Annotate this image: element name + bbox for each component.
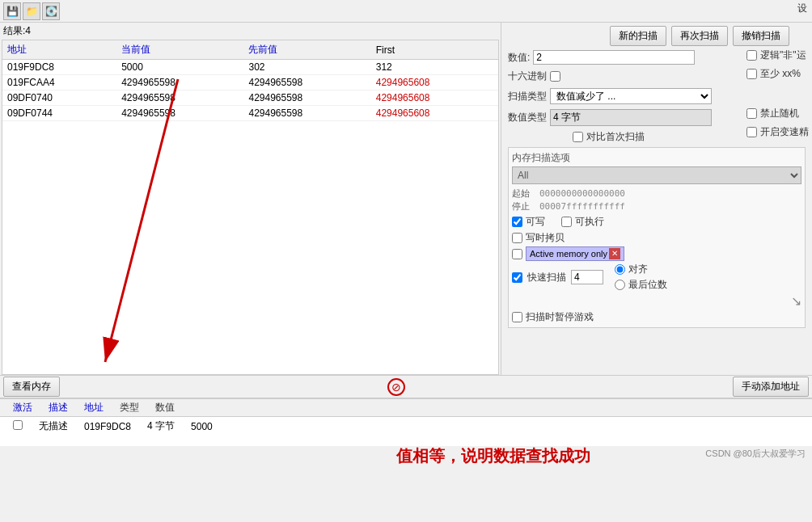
- mem-scan-box: 内存扫描选项 All 起始 0000000000000000 停止 00007f…: [508, 147, 806, 328]
- copy-write-checkbox[interactable]: [512, 233, 522, 243]
- col-prev: 先前值: [243, 40, 370, 60]
- left-panel: 结果:4 地址 当前值 先前值 First 019F9DC8 5000 302 …: [0, 23, 501, 375]
- cell-first: 312: [371, 60, 498, 75]
- open-var-label: 开启变速精: [760, 125, 809, 139]
- executable-label: 可执行: [575, 215, 604, 229]
- pause-scan-label: 扫描时暂停游戏: [526, 310, 594, 324]
- cell-current: 5000: [116, 60, 243, 75]
- footer: CSDN @80后大叔爱学习: [0, 446, 812, 461]
- cell-current: 4294965598: [116, 106, 243, 121]
- copy-write-label: 写时拷贝: [526, 231, 565, 245]
- result-table-container: 地址 当前值 先前值 First 019F9DC8 5000 302 312 0…: [2, 40, 499, 375]
- no-random-checkbox[interactable]: [746, 108, 757, 119]
- bt-active-cell: [5, 420, 31, 432]
- cell-prev: 4294965598: [243, 91, 370, 106]
- open-var-checkbox[interactable]: [746, 127, 757, 137]
- table-row[interactable]: 09DF0740 4294965598 4294965598 429496560…: [2, 91, 498, 106]
- bth-type: 类型: [112, 401, 147, 415]
- fast-scan-row: 快速扫描 对齐 最后位数: [512, 263, 801, 292]
- cell-prev: 4294965598: [243, 106, 370, 121]
- view-memory-button[interactable]: 查看内存: [3, 377, 60, 397]
- align-label: 对齐: [628, 263, 648, 276]
- result-table: 地址 当前值 先前值 First 019F9DC8 5000 302 312 0…: [2, 40, 498, 121]
- executable-checkbox[interactable]: [561, 217, 572, 227]
- value-type-label: 数值类型: [508, 111, 547, 124]
- compare-first-checkbox[interactable]: [573, 132, 583, 142]
- cell-addr: 09DF0744: [2, 106, 116, 121]
- bt-desc: 无描述: [31, 419, 76, 433]
- bt-type: 4 字节: [139, 419, 183, 433]
- rescan-button[interactable]: 再次扫描: [671, 26, 728, 46]
- scan-type-select[interactable]: 数值减少了 ...: [550, 88, 712, 104]
- bottom-table-area: 激活 描述 地址 类型 数值 无描述 019F9DC8 4 字节 5000: [0, 398, 812, 446]
- col-first: First: [371, 40, 498, 60]
- cell-first: 4294965608: [371, 75, 498, 91]
- active-memory-close[interactable]: ✕: [609, 248, 620, 259]
- new-scan-button[interactable]: 新的扫描: [610, 26, 666, 46]
- bth-addr: 地址: [76, 401, 112, 415]
- folder-icon[interactable]: 📁: [23, 2, 40, 20]
- bottom-table-header: 激活 描述 地址 类型 数值: [0, 399, 812, 417]
- cancel-icon[interactable]: ⊘: [387, 378, 405, 396]
- fast-scan-input[interactable]: [571, 270, 603, 284]
- logic-checkbox[interactable]: [746, 50, 757, 61]
- bth-value: 数值: [147, 401, 183, 415]
- bth-desc: 描述: [40, 401, 76, 415]
- bt-value: 5000: [183, 421, 221, 432]
- undo-scan-button[interactable]: 撤销扫描: [733, 26, 789, 46]
- last-bit-radio[interactable]: [615, 280, 625, 290]
- active-memory-row: Active memory only ✕: [512, 246, 801, 261]
- stop-label: 停止: [512, 200, 536, 213]
- value-type-display: 4 字节: [550, 109, 712, 126]
- table-row[interactable]: 019FCAA4 4294965598 4294965598 429496560…: [2, 75, 498, 91]
- col-addr: 地址: [2, 40, 116, 60]
- cell-current: 4294965598: [116, 75, 243, 91]
- right-extra-checks: 逻辑"非"运 至少 xx% 禁止随机 开启变速精: [746, 48, 809, 139]
- compare-first-label: 对比首次扫描: [586, 130, 645, 144]
- table-row[interactable]: 09DF0744 4294965598 4294965598 429496560…: [2, 106, 498, 121]
- cell-addr: 019F9DC8: [2, 60, 116, 75]
- cell-current: 4294965598: [116, 91, 243, 106]
- hex-checkbox[interactable]: [550, 71, 560, 82]
- mem-select[interactable]: All: [512, 166, 801, 184]
- writable-checkbox[interactable]: [512, 217, 522, 227]
- executable-row: 可执行: [561, 215, 604, 229]
- stop-value: 00007fffffffffff: [539, 201, 625, 212]
- scan-buttons: 新的扫描 再次扫描 撤销扫描: [508, 26, 806, 46]
- copy-write-row: 写时拷贝: [512, 231, 801, 245]
- cell-addr: 019FCAA4: [2, 75, 116, 91]
- writable-row: 可写: [512, 215, 545, 229]
- logic-label: 逻辑"非"运: [760, 48, 806, 62]
- align-radio[interactable]: [615, 264, 625, 275]
- pause-scan-checkbox[interactable]: [512, 312, 522, 322]
- bt-addr: 019F9DC8: [76, 421, 139, 432]
- bt-active-checkbox[interactable]: [13, 420, 23, 430]
- mem-scan-label: 内存扫描选项: [512, 151, 801, 165]
- pause-scan-row: 扫描时暂停游戏: [512, 310, 801, 324]
- no-random-label: 禁止随机: [760, 107, 799, 120]
- at-least-checkbox[interactable]: [746, 69, 757, 79]
- start-value: 0000000000000000: [539, 188, 625, 199]
- result-count: 结果:4: [0, 23, 501, 40]
- writable-label: 可写: [526, 215, 545, 229]
- start-row: 起始 0000000000000000: [512, 187, 801, 200]
- active-memory-checkbox[interactable]: [512, 249, 522, 259]
- disk-icon[interactable]: 💽: [42, 2, 60, 20]
- at-least-label: 至少 xx%: [760, 67, 801, 81]
- alignment-group: 对齐 最后位数: [615, 263, 667, 292]
- arrow-icon: ↘: [791, 294, 801, 308]
- save-icon[interactable]: 💾: [3, 2, 21, 20]
- last-bit-label: 最后位数: [628, 278, 667, 292]
- hex-label: 十六进制: [508, 69, 547, 83]
- active-memory-label: Active memory only: [530, 249, 607, 259]
- col-current: 当前值: [116, 40, 243, 60]
- value-input[interactable]: [533, 50, 695, 65]
- start-label: 起始: [512, 187, 536, 200]
- settings-label[interactable]: 设: [793, 0, 812, 17]
- value-label: 数值:: [508, 51, 530, 65]
- fast-scan-checkbox[interactable]: [512, 272, 522, 283]
- fast-scan-label: 快速扫描: [527, 271, 566, 284]
- table-row[interactable]: 019F9DC8 5000 302 312: [2, 60, 498, 75]
- bottom-action-bar: 查看内存 ⊘ 手动添加地址: [0, 375, 812, 398]
- add-address-button[interactable]: 手动添加地址: [733, 377, 809, 397]
